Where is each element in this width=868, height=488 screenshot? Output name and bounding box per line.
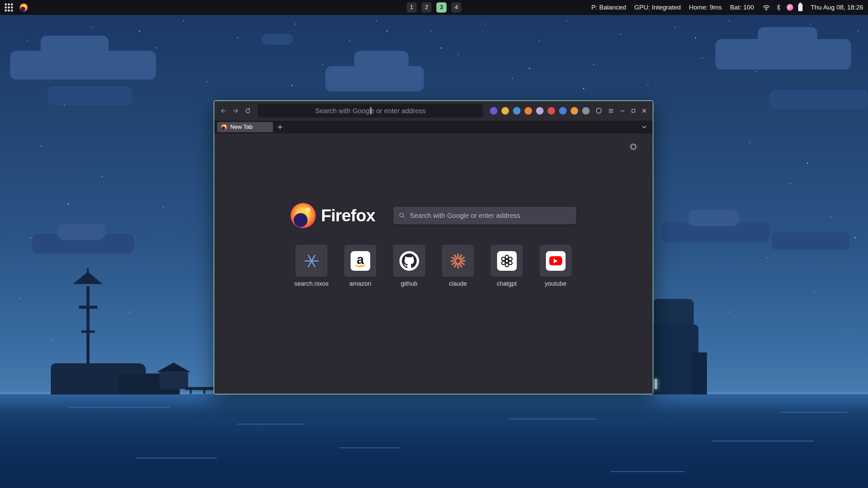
workspaces: 1234 [407, 0, 461, 15]
shortcut-youtube[interactable]: youtube [539, 245, 572, 287]
tray-icons [762, 4, 803, 11]
workspace-button-1[interactable]: 1 [407, 2, 417, 13]
battery-icon[interactable] [798, 4, 803, 11]
firefox-window: Search with Google or enter address [214, 100, 653, 394]
sea-streak [339, 447, 400, 448]
extension-icon-3[interactable] [513, 107, 520, 115]
clock[interactable]: Thu Aug 08, 18:26 [811, 4, 863, 11]
tab-new-tab[interactable]: New Tab [217, 122, 273, 132]
workspace-button-2[interactable]: 2 [421, 2, 432, 13]
hut [159, 371, 188, 389]
sea-streak [610, 471, 685, 472]
tower-roof-tip [87, 268, 89, 272]
extension-icon-5[interactable] [536, 107, 544, 115]
newtab-hero: Firefox [214, 203, 653, 228]
hut-roof [157, 363, 191, 372]
extension-icon-4[interactable] [525, 107, 532, 115]
sea-streak [68, 407, 170, 408]
latency-label: Home: 9ms [689, 4, 722, 11]
cliff-ledge [692, 352, 707, 394]
amazon-icon: a [351, 251, 370, 271]
tower-roof [73, 272, 103, 284]
pier-post [190, 389, 192, 394]
tower-platform [79, 306, 97, 309]
taskbar: 1234 P: Balanced GPU: Integrated Home: 9… [0, 0, 868, 15]
newtab-search-input[interactable] [410, 212, 571, 220]
new-tab-page: Firefox [214, 134, 653, 394]
youtube-icon [546, 251, 566, 271]
list-all-tabs-chevron-icon[interactable] [639, 122, 649, 132]
close-button[interactable] [639, 106, 649, 116]
cloud [47, 86, 132, 105]
tower-pole [86, 286, 90, 368]
maximize-button[interactable] [628, 106, 638, 116]
extension-icon-9[interactable] [582, 107, 590, 115]
cloud [0, 152, 83, 171]
shortcut-chatgpt[interactable]: chatgpt [491, 245, 523, 287]
chatgpt-icon [497, 251, 517, 271]
desktop: 1234 P: Balanced GPU: Integrated Home: 9… [0, 0, 868, 488]
cloud [770, 90, 868, 109]
text-caret [371, 107, 371, 115]
sea-streak [136, 458, 217, 459]
workspace-button-4[interactable]: 4 [451, 2, 461, 13]
extension-icon-7[interactable] [559, 107, 567, 115]
nixos-icon [304, 253, 319, 269]
cloud [771, 232, 849, 250]
reload-button[interactable] [242, 105, 254, 117]
cloud [41, 36, 108, 59]
shortcut-search-nixos[interactable]: search.nixos [295, 245, 328, 287]
cloud [758, 27, 817, 47]
claude-icon [450, 253, 466, 269]
media-indicator-icon[interactable] [787, 4, 793, 11]
tower-platform [81, 330, 95, 333]
tab-strip: New Tab [214, 121, 653, 134]
cloud [58, 224, 105, 240]
shortcut-tiles: search.nixos a amazon [214, 245, 653, 287]
firefox-wordmark: Firefox [321, 206, 375, 225]
extension-icon-8[interactable] [571, 107, 578, 115]
shortcut-claude[interactable]: claude [442, 245, 474, 287]
github-icon [399, 251, 419, 271]
extensions-puzzle-icon[interactable] [593, 105, 605, 117]
forward-button[interactable] [230, 105, 241, 117]
gpu-label: GPU: Integrated [634, 4, 680, 11]
extension-icon-2[interactable] [501, 107, 509, 115]
cloud [688, 210, 739, 226]
cloud [261, 34, 293, 45]
back-button[interactable] [218, 105, 229, 117]
app-grid-icon[interactable] [5, 3, 13, 12]
shortcut-github[interactable]: github [393, 245, 425, 287]
new-tab-button[interactable] [275, 122, 285, 132]
sea-streak [509, 419, 597, 420]
sea-streak [780, 412, 848, 413]
tab-title: New Tab [230, 124, 253, 130]
taskbar-left [0, 3, 28, 12]
wifi-icon[interactable] [762, 4, 770, 11]
navigation-toolbar: Search with Google or enter address [214, 101, 653, 121]
firefox-favicon [221, 124, 227, 130]
sea-streak [712, 441, 814, 442]
workspace-button-3[interactable]: 3 [436, 2, 447, 13]
island-light [654, 379, 657, 389]
minimize-button[interactable] [617, 106, 628, 116]
battery-label: Bat: 100 [730, 4, 754, 11]
firefox-logo [291, 203, 316, 228]
newtab-settings-gear-icon[interactable] [628, 141, 639, 152]
bluetooth-icon[interactable] [775, 4, 782, 11]
extension-icon-6[interactable] [548, 107, 555, 115]
search-icon [399, 212, 406, 219]
pier-post [203, 389, 205, 394]
menu-icon[interactable] [605, 105, 617, 117]
urlbar[interactable]: Search with Google or enter address [258, 104, 483, 118]
power-profile-label: P: Balanced [591, 4, 626, 11]
extension-icons [490, 107, 590, 115]
cloud [354, 51, 409, 71]
shortcut-amazon[interactable]: a amazon [344, 245, 376, 287]
taskbar-status: P: Balanced GPU: Integrated Home: 9ms Ba… [591, 4, 868, 11]
firefox-taskbar-icon[interactable] [20, 3, 28, 12]
newtab-search-bar[interactable] [393, 207, 576, 224]
extension-icon-1[interactable] [490, 107, 497, 115]
sea-streak [237, 424, 305, 425]
